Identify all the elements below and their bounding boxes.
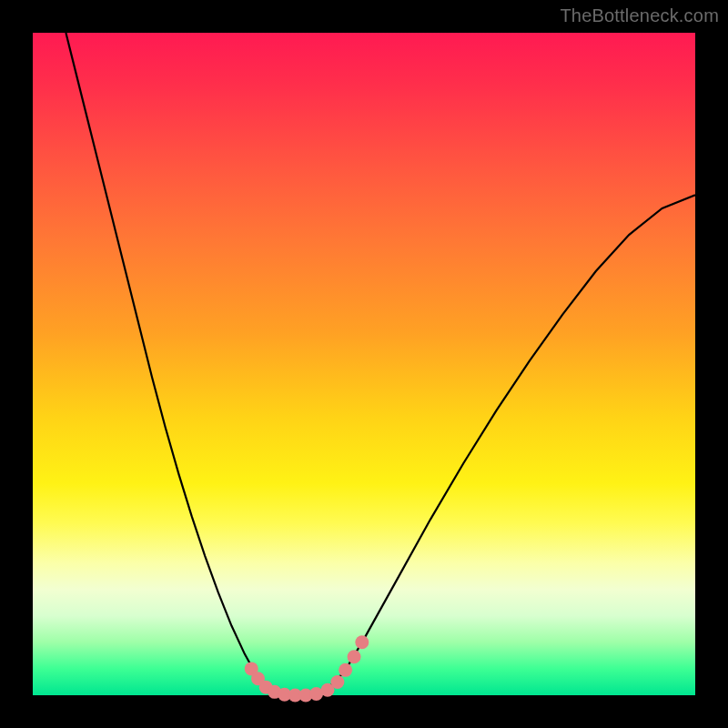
curve-marker — [339, 663, 352, 677]
bottleneck-curve-line — [66, 33, 695, 695]
curve-marker — [330, 675, 344, 689]
bottom-marker-group — [245, 635, 369, 702]
curve-marker — [355, 635, 369, 649]
curve-marker — [348, 650, 361, 663]
chart-plot-area — [33, 33, 695, 695]
chart-frame: TheBottleneck.com — [0, 0, 728, 728]
watermark-text: TheBottleneck.com — [560, 5, 719, 26]
chart-svg — [33, 33, 695, 695]
